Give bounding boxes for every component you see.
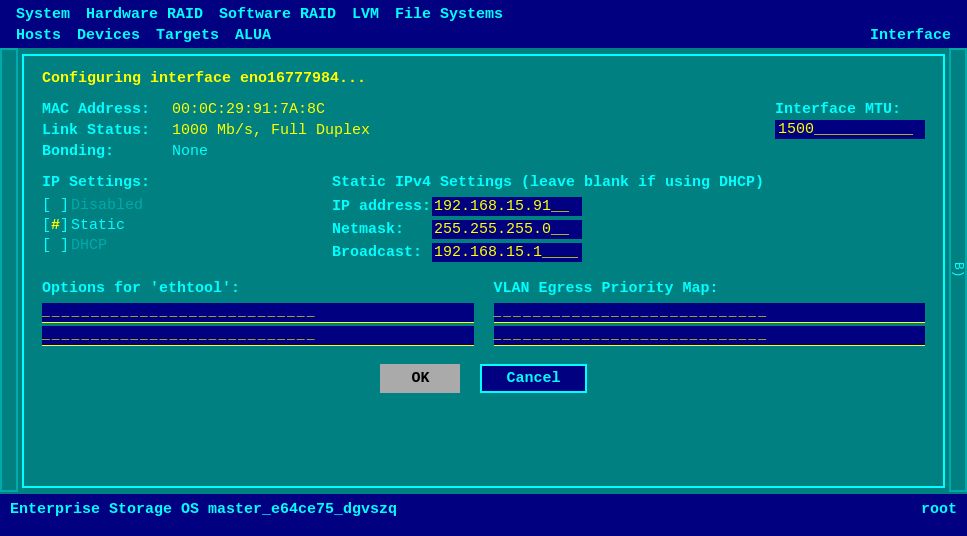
link-label: Link Status: <box>42 122 172 139</box>
bonding-value: None <box>172 143 208 160</box>
menu-devices[interactable]: Devices <box>69 25 148 46</box>
ip-left: IP Settings: [ ] Disabled [ # ] Static [… <box>42 174 332 266</box>
dialog-title: Configuring interface eno16777984... <box>42 70 925 87</box>
mtu-section: Interface MTU: 1500___________ <box>775 101 925 139</box>
status-bar: Enterprise Storage OS master_e64ce75_dgv… <box>0 494 967 524</box>
vlan-label: VLAN Egress Priority Map: <box>494 280 926 297</box>
menu-alua[interactable]: ALUA <box>227 25 279 46</box>
bonding-row: Bonding: None <box>42 143 925 160</box>
static-ipv4-label: Static IPv4 Settings (leave blank if usi… <box>332 174 925 191</box>
ethtool-label: Options for 'ethtool': <box>42 280 474 297</box>
right-panel: B) <box>949 48 967 492</box>
menu-bar: System Hardware RAID Software RAID LVM F… <box>0 0 967 46</box>
menu-lvm[interactable]: LVM <box>344 4 387 25</box>
broadcast-row: Broadcast: 192.168.15.1____ <box>332 243 925 262</box>
right-panel-text: B) <box>951 262 966 278</box>
menu-hardware-raid[interactable]: Hardware RAID <box>78 4 211 25</box>
radio-static[interactable]: [ # ] Static <box>42 217 332 234</box>
menu-hardware-label: Hardware RAID <box>86 6 203 23</box>
menu-hosts[interactable]: Hosts <box>8 25 69 46</box>
status-left: Enterprise Storage OS master_e64ce75_dgv… <box>10 501 397 518</box>
ip-settings-label: IP Settings: <box>42 174 332 191</box>
broadcast-value[interactable]: 192.168.15.1____ <box>432 243 582 262</box>
mtu-label: Interface MTU: <box>775 101 925 118</box>
cancel-button[interactable]: Cancel <box>480 364 586 393</box>
vlan-input-1[interactable]: ____________________________ <box>494 303 926 323</box>
radio-disabled[interactable]: [ ] Disabled <box>42 197 332 214</box>
mac-label: MAC Address: <box>42 101 172 118</box>
ethtool-input-2[interactable]: ____________________________ <box>42 326 474 346</box>
mac-value: 00:0C:29:91:7A:8C <box>172 101 325 118</box>
menu-file-systems[interactable]: File Systems <box>387 4 511 25</box>
ip-right: Static IPv4 Settings (leave blank if usi… <box>332 174 925 266</box>
buttons-row: OK Cancel <box>42 364 925 393</box>
ip-address-value[interactable]: 192.168.15.91__ <box>432 197 582 216</box>
bonding-label: Bonding: <box>42 143 172 160</box>
mtu-value[interactable]: 1500___________ <box>775 120 925 139</box>
menu-row-2: Hosts Devices Targets ALUA Interface <box>8 25 959 46</box>
ethtool-input-1[interactable]: ____________________________ <box>42 303 474 323</box>
options-section: Options for 'ethtool': _________________… <box>42 280 925 346</box>
left-panel <box>0 48 18 492</box>
menu-interface[interactable]: Interface <box>862 25 959 46</box>
link-value: 1000 Mb/s, Full Duplex <box>172 122 370 139</box>
menu-targets[interactable]: Targets <box>148 25 227 46</box>
ip-address-row: IP address: 192.168.15.91__ <box>332 197 925 216</box>
ip-settings-section: IP Settings: [ ] Disabled [ # ] Static [… <box>42 174 925 266</box>
radio-dhcp[interactable]: [ ] DHCP <box>42 237 332 254</box>
netmask-row: Netmask: 255.255.255.0__ <box>332 220 925 239</box>
vlan-input-2[interactable]: ____________________________ <box>494 326 926 346</box>
dialog: Configuring interface eno16777984... MAC… <box>22 54 945 488</box>
broadcast-label: Broadcast: <box>332 244 432 261</box>
ok-button[interactable]: OK <box>380 364 460 393</box>
menu-software-raid[interactable]: Software RAID <box>211 4 344 25</box>
status-right: root <box>921 501 957 518</box>
main-area: B) Configuring interface eno16777984... … <box>0 48 967 524</box>
netmask-value[interactable]: 255.255.255.0__ <box>432 220 582 239</box>
ethtool-group: Options for 'ethtool': _________________… <box>42 280 474 346</box>
menu-system[interactable]: System <box>8 4 78 25</box>
menu-row-1: System Hardware RAID Software RAID LVM F… <box>8 4 959 25</box>
ip-address-label: IP address: <box>332 198 432 215</box>
netmask-label: Netmask: <box>332 221 432 238</box>
vlan-group: VLAN Egress Priority Map: ______________… <box>494 280 926 346</box>
